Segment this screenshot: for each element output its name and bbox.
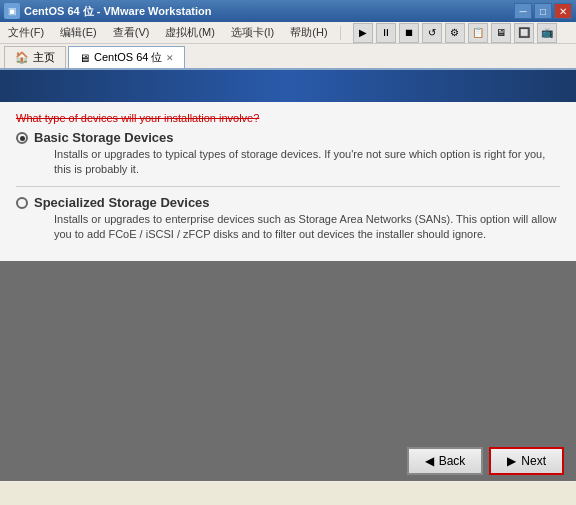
tab-centos[interactable]: 🖥 CentOS 64 位 ✕ <box>68 46 185 68</box>
vm-icon: 🖥 <box>79 52 90 64</box>
install-area: What type of devices will your installat… <box>0 102 576 261</box>
specialized-storage-desc: Installs or upgrades to enterprise devic… <box>54 212 560 243</box>
menu-help[interactable]: 帮助(H) <box>286 23 331 42</box>
menu-vm[interactable]: 虚拟机(M) <box>161 23 219 42</box>
toolbar-icon-7[interactable]: 🖥 <box>491 23 511 43</box>
back-label: Back <box>439 454 466 468</box>
basic-storage-desc: Installs or upgrades to typical types of… <box>54 147 560 178</box>
question-text: What type of devices will your installat… <box>16 112 560 124</box>
tab-close-icon[interactable]: ✕ <box>166 53 174 63</box>
title-bar: ▣ CentOS 64 位 - VMware Workstation ─ □ ✕ <box>0 0 576 22</box>
vm-content-area: What type of devices will your installat… <box>0 70 576 460</box>
back-button[interactable]: ◀ Back <box>407 447 484 475</box>
toolbar-icons: ▶ ⏸ ⏹ ↺ ⚙ 📋 🖥 🔲 📺 <box>353 23 557 43</box>
tab-home[interactable]: 🏠 主页 <box>4 46 66 68</box>
tab-bar: 🏠 主页 🖥 CentOS 64 位 ✕ <box>0 44 576 70</box>
menu-bar: 文件(F) 编辑(E) 查看(V) 虚拟机(M) 选项卡(I) 帮助(H) ▶ … <box>0 22 576 44</box>
specialized-storage-title: Specialized Storage Devices <box>34 195 560 210</box>
option-separator <box>16 186 560 187</box>
toolbar-icon-9[interactable]: 📺 <box>537 23 557 43</box>
menu-tabs[interactable]: 选项卡(I) <box>227 23 278 42</box>
toolbar-icon-3[interactable]: ⏹ <box>399 23 419 43</box>
vm-banner <box>0 70 576 102</box>
next-button[interactable]: ▶ Next <box>489 447 564 475</box>
vm-empty-area <box>0 261 576 441</box>
specialized-storage-option[interactable]: Specialized Storage Devices Installs or … <box>16 195 560 243</box>
app-icon: ▣ <box>4 3 20 19</box>
basic-storage-radio[interactable] <box>16 132 28 144</box>
menu-view[interactable]: 查看(V) <box>109 23 154 42</box>
toolbar-icon-1[interactable]: ▶ <box>353 23 373 43</box>
basic-storage-title: Basic Storage Devices <box>34 130 560 145</box>
close-button[interactable]: ✕ <box>554 3 572 19</box>
basic-storage-option[interactable]: Basic Storage Devices Installs or upgrad… <box>16 130 560 178</box>
tab-centos-label: CentOS 64 位 <box>94 50 162 65</box>
toolbar-icon-6[interactable]: 📋 <box>468 23 488 43</box>
next-arrow-icon: ▶ <box>507 454 516 468</box>
menu-separator <box>340 26 341 40</box>
menu-edit[interactable]: 编辑(E) <box>56 23 101 42</box>
next-label: Next <box>521 454 546 468</box>
toolbar-icon-4[interactable]: ↺ <box>422 23 442 43</box>
specialized-storage-radio[interactable] <box>16 197 28 209</box>
maximize-button[interactable]: □ <box>534 3 552 19</box>
toolbar-icon-8[interactable]: 🔲 <box>514 23 534 43</box>
tab-home-label: 主页 <box>33 50 55 65</box>
radio-filled-indicator <box>20 136 25 141</box>
nav-buttons-area: ◀ Back ▶ Next <box>0 441 576 481</box>
minimize-button[interactable]: ─ <box>514 3 532 19</box>
window-controls[interactable]: ─ □ ✕ <box>514 3 572 19</box>
back-arrow-icon: ◀ <box>425 454 434 468</box>
toolbar-icon-5[interactable]: ⚙ <box>445 23 465 43</box>
menu-file[interactable]: 文件(F) <box>4 23 48 42</box>
window-title: CentOS 64 位 - VMware Workstation <box>24 4 211 19</box>
home-icon: 🏠 <box>15 51 29 64</box>
toolbar-icon-2[interactable]: ⏸ <box>376 23 396 43</box>
